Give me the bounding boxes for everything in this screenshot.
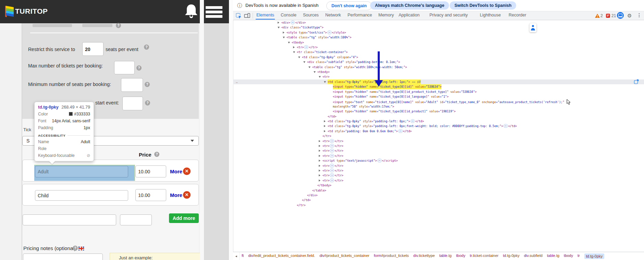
dom-tree-line[interactable]: </td> (233, 198, 644, 202)
expand-arrow-icon[interactable] (319, 165, 320, 167)
dom-tree-line[interactable]: <script type="text/javascript">⋯</script… (233, 158, 644, 163)
expand-ellipsis-icon[interactable]: ⋯ (330, 178, 334, 182)
collapse-arrow-icon[interactable] (303, 61, 305, 63)
dom-tree-line[interactable]: <td class="tg-0pky" colspan="4"> (233, 55, 644, 60)
reveal-element-icon[interactable] (634, 80, 638, 84)
dom-tree-line[interactable]: <div class="subfield" style="padding-bot… (233, 60, 644, 64)
dom-tree-line[interactable]: <tr>⋯</tr> (233, 163, 644, 168)
dom-tree-line[interactable]: <td style="padding: 0em 0em 0.6em 0em;">… (233, 129, 644, 134)
seats-per-event-input[interactable] (82, 42, 104, 56)
max-tickets-input[interactable] (114, 61, 135, 74)
dom-tree-line[interactable]: <div class="tickettype"> (233, 25, 644, 30)
hamburger-menu-icon[interactable] (206, 6, 222, 9)
expand-ellipsis-icon[interactable]: ⋯ (411, 119, 415, 123)
breadcrumb-item[interactable]: div#product_tickets_container (319, 253, 369, 259)
dom-tree-line[interactable]: maxlength="50" style="width:17em;"> (233, 104, 644, 109)
expand-arrow-icon[interactable] (319, 145, 320, 147)
viewport-scrollbar[interactable] (229, 0, 233, 260)
dom-tree-line[interactable]: </tr> (233, 134, 644, 138)
expand-arrow-icon[interactable] (283, 32, 284, 34)
hamburger-menu-icon[interactable] (206, 11, 222, 13)
device-toolbar-icon[interactable] (244, 13, 250, 18)
help-icon[interactable]: ? (116, 23, 121, 28)
tab-sources[interactable]: Sources (303, 13, 319, 17)
expand-ellipsis-icon[interactable]: ⋯ (398, 129, 403, 133)
help-icon[interactable]: ? (73, 246, 78, 251)
breadcrumb-item[interactable]: form#product_tickets (374, 253, 409, 259)
tab-lighthouse[interactable]: Lighthouse (480, 13, 501, 17)
dom-tree-line[interactable]: <tr>⋯</tr> (233, 144, 644, 148)
dom-tree-line[interactable]: <tr>⋯</tr> (233, 178, 644, 183)
expand-arrow-icon[interactable] (324, 125, 326, 127)
collapse-arrow-icon[interactable] (278, 27, 280, 28)
dom-tree-line[interactable]: <tr>⋯</tr> (233, 139, 644, 144)
dom-tree-line[interactable]: </tbody> (233, 183, 644, 188)
pricing-notes-textarea[interactable] (23, 253, 103, 260)
collapse-arrow-icon[interactable] (288, 42, 290, 44)
expand-arrow-icon[interactable] (319, 179, 320, 182)
new-ticket-price-input[interactable] (120, 214, 152, 225)
dom-tree-line[interactable]: <table class="tg" style="width:100%;max-… (233, 65, 644, 70)
dont-show-again-button[interactable]: Don't show again (326, 1, 372, 10)
dom-tree-line[interactable]: <tr class="ticket-container"> (233, 50, 644, 54)
expand-arrow-icon[interactable] (319, 140, 320, 142)
dom-tree-line[interactable]: </table> (233, 188, 644, 193)
min-seats-input[interactable] (121, 78, 143, 92)
expand-ellipsis-icon[interactable]: ⋯ (304, 45, 308, 49)
add-more-button[interactable]: Add more (169, 213, 199, 223)
dom-tree-line[interactable]: <tbody> (233, 70, 644, 74)
tab-console[interactable]: Console (281, 13, 296, 17)
expand-arrow-icon[interactable] (324, 130, 326, 132)
more-link-child[interactable]: More (170, 192, 182, 198)
expand-ellipsis-icon[interactable]: ⋯ (330, 149, 334, 152)
expand-arrow-icon[interactable] (319, 160, 320, 162)
tab-memory[interactable]: Memory (378, 13, 394, 17)
dom-tree-line[interactable]: <input type="hidden" name="ticket_type[0… (233, 109, 644, 114)
breadcrumb-item[interactable]: td.tg-0pky (584, 253, 604, 259)
expand-arrow-icon[interactable] (319, 155, 320, 157)
expand-ellipsis-icon[interactable]: ⋯ (291, 21, 295, 24)
kebab-menu-icon[interactable]: ⋮ (637, 12, 642, 18)
delete-ticket-button-adult[interactable]: ✕ (183, 168, 191, 175)
start-event-input[interactable] (122, 97, 143, 110)
expand-ellipsis-icon[interactable]: ⋯ (330, 169, 334, 172)
expand-arrow-icon[interactable] (278, 22, 279, 24)
expand-ellipsis-icon[interactable]: ⋯ (330, 139, 334, 143)
breadcrumb-item[interactable]: tr (578, 253, 580, 259)
expand-arrow-icon[interactable] (319, 150, 320, 152)
collapse-arrow-icon[interactable] (324, 81, 326, 83)
dom-tree-line[interactable]: </div> (233, 193, 644, 198)
breadcrumb-item[interactable]: td.tg-0pky (503, 253, 519, 259)
tab-performance[interactable]: Performance (348, 13, 372, 17)
page-scrollbar[interactable] (200, 0, 204, 260)
expand-arrow-icon[interactable] (293, 46, 295, 48)
dom-tree-line[interactable]: <div>⋯</div> (233, 20, 644, 25)
dom-tree-line[interactable]: <td class="tg-0pky" style="padding-left:… (233, 79, 644, 84)
dom-tree-line[interactable]: <style type="text/css">⋯</style> (233, 30, 644, 35)
dom-tree-line[interactable]: <td class="tg-0pky" style="padding-left:… (233, 119, 644, 124)
help-icon[interactable]: ? (145, 82, 150, 87)
dom-tree-line[interactable]: <tr>⋯</tr> (233, 45, 644, 50)
warning-icon[interactable] (595, 14, 600, 18)
dom-tree-line[interactable]: <table class="tg" style="width:100%"> (233, 35, 644, 40)
help-icon[interactable]: ? (145, 100, 150, 106)
tab-elements[interactable]: Elements (256, 13, 274, 17)
dom-tree-line[interactable]: <input type="hidden" name="ticket_type[0… (233, 94, 644, 99)
breadcrumb-item[interactable]: div.tickettype (413, 253, 435, 259)
dom-tree-line[interactable]: </tr> (233, 203, 644, 208)
dom-tree-line[interactable]: <tr>⋯</tr> (233, 168, 644, 173)
dom-tree-line[interactable]: <input type="hidden" name="ticket_type[0… (233, 89, 644, 94)
expand-ellipsis-icon[interactable]: ⋯ (330, 164, 334, 168)
expand-ellipsis-icon[interactable]: ⋯ (330, 173, 334, 177)
dom-tree-line[interactable]: </td> (233, 114, 644, 119)
dom-tree-line[interactable]: <tr>⋯</tr> (233, 148, 644, 153)
dom-tree-line[interactable]: <tr>⋯</tr> (233, 173, 644, 178)
breadcrumb-item[interactable]: tbody (564, 253, 573, 259)
price-input-adult[interactable] (135, 165, 166, 177)
help-icon[interactable]: ? (136, 65, 142, 71)
dom-tree-line[interactable]: <tbody> (233, 40, 644, 45)
expand-ellipsis-icon[interactable]: ⋯ (503, 124, 508, 128)
breadcrumb-item[interactable]: div#edit_product_tickets_container.field… (248, 253, 315, 259)
tab-application[interactable]: Application (399, 13, 420, 17)
always-match-language-button[interactable]: Always match Chrome's language (370, 1, 449, 10)
